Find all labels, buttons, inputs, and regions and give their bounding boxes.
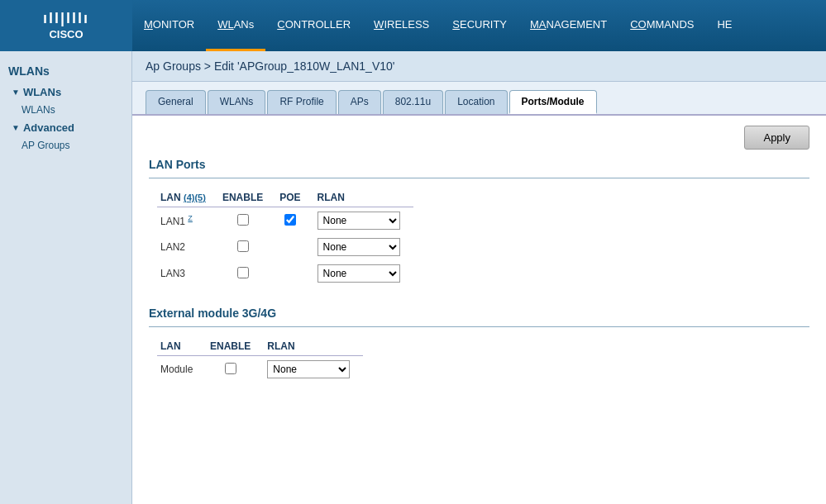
table-row: LAN1 Z None — [157, 207, 413, 235]
cisco-logo: ıll|lllı CISCO — [43, 10, 89, 40]
lan3-rlan-select[interactable]: None — [318, 264, 400, 283]
ext-col-header-rlan: RLAN — [264, 337, 363, 356]
lan2-rlan-cell: None — [314, 234, 413, 260]
tab-rf-profile[interactable]: RF Profile — [267, 90, 336, 114]
sidebar: WLANs ▼ WLANs WLANs ▼ Advanced AP Groups — [0, 51, 132, 504]
tab-ports-module[interactable]: Ports/Module — [509, 90, 597, 114]
main-nav-menu: MONITOR WLANs CONTROLLER WIRELESS SECURI… — [132, 0, 744, 51]
col-header-poe: POE — [276, 188, 313, 207]
cisco-text: CISCO — [43, 28, 89, 41]
lan1-poe-cell — [276, 207, 313, 235]
triangle-icon: ▼ — [12, 88, 20, 97]
body-content: Apply LAN Ports LAN (4)(5) ENABLE POE RL… — [132, 116, 826, 392]
lan3-enable-cell — [219, 260, 276, 287]
tab-80211u[interactable]: 802.11u — [383, 90, 443, 114]
tab-wlans[interactable]: WLANs — [208, 90, 266, 114]
sidebar-item-ap-groups[interactable]: AP Groups — [0, 137, 131, 154]
lan3-poe-cell — [276, 260, 313, 287]
tab-location[interactable]: Location — [445, 90, 507, 114]
lan1-rlan-cell: None — [314, 207, 413, 235]
lan-ports-divider — [149, 178, 809, 178]
sidebar-wlans-label: WLANs — [23, 86, 61, 98]
content-area: Ap Groups > Edit 'APGroup_1810W_LAN1_V10… — [132, 51, 826, 504]
module-enable-cell — [207, 356, 264, 383]
lan2-enable-checkbox[interactable] — [237, 240, 249, 252]
lan-footnote-link[interactable]: (4)(5) — [184, 193, 206, 202]
nav-wireless[interactable]: WIRELESS — [362, 0, 441, 51]
nav-security[interactable]: SECURITY — [441, 0, 518, 51]
apply-area: Apply — [149, 126, 809, 150]
lan2-label: LAN2 — [157, 234, 219, 260]
module-label: Module — [157, 356, 207, 383]
sidebar-advanced-label: Advanced — [23, 121, 74, 134]
lan2-enable-cell — [219, 234, 276, 260]
lan-ports-header-row: LAN (4)(5) ENABLE POE RLAN — [157, 188, 413, 207]
module-rlan-cell: None — [264, 356, 363, 383]
lan-ports-table: LAN (4)(5) ENABLE POE RLAN LAN1 Z — [157, 188, 413, 287]
module-enable-checkbox[interactable] — [225, 363, 236, 374]
triangle-icon-2: ▼ — [12, 123, 20, 132]
breadcrumb: Ap Groups > Edit 'APGroup_1810W_LAN1_V10… — [132, 51, 826, 82]
apply-button[interactable]: Apply — [744, 126, 809, 150]
col-header-enable: ENABLE — [219, 188, 276, 207]
col-header-rlan: RLAN — [314, 188, 413, 207]
lan3-label: LAN3 — [157, 260, 219, 287]
lan1-poe-checkbox[interactable] — [284, 214, 296, 226]
cisco-waves-icon: ıll|lllı — [43, 10, 89, 28]
nav-controller[interactable]: CONTROLLER — [265, 0, 362, 51]
lan1-enable-cell — [219, 207, 276, 235]
external-module-table: LAN ENABLE RLAN Module None — [157, 337, 363, 383]
ext-col-header-lan: LAN — [157, 337, 207, 356]
external-module-header-row: LAN ENABLE RLAN — [157, 337, 363, 356]
lan2-rlan-select[interactable]: None — [318, 238, 400, 256]
nav-commands[interactable]: COMMANDS — [618, 0, 705, 51]
nav-help[interactable]: HE — [705, 0, 743, 51]
lan1-rlan-select[interactable]: None — [318, 212, 400, 230]
tabs-bar: General WLANs RF Profile APs 802.11u Loc… — [132, 82, 826, 116]
lan3-enable-checkbox[interactable] — [237, 267, 249, 278]
external-module-heading: External module 3G/4G — [149, 307, 809, 320]
lan1-footnote[interactable]: Z — [188, 214, 193, 222]
tab-aps[interactable]: APs — [338, 90, 381, 114]
main-layout: WLANs ▼ WLANs WLANs ▼ Advanced AP Groups… — [0, 51, 826, 504]
ext-col-header-enable: ENABLE — [207, 337, 264, 356]
nav-wlans[interactable]: WLANs — [206, 0, 265, 51]
nav-management[interactable]: MANAGEMENT — [518, 0, 618, 51]
table-row: Module None — [157, 356, 363, 383]
sidebar-subsection-wlans[interactable]: ▼ WLANs — [0, 83, 131, 102]
tab-general[interactable]: General — [146, 90, 206, 114]
sidebar-wlans-title[interactable]: WLANs — [0, 59, 131, 83]
lan1-label: LAN1 Z — [157, 207, 219, 235]
col-header-lan: LAN (4)(5) — [157, 188, 219, 207]
table-row: LAN3 None — [157, 260, 413, 287]
lan2-poe-cell — [276, 234, 313, 260]
top-navigation-bar: ıll|lllı CISCO MONITOR WLANs CONTROLLER … — [0, 0, 826, 51]
nav-monitor[interactable]: MONITOR — [132, 0, 206, 51]
table-row: LAN2 None — [157, 234, 413, 260]
lan1-enable-checkbox[interactable] — [237, 214, 249, 226]
sidebar-item-wlans[interactable]: WLANs — [0, 102, 131, 118]
module-rlan-select[interactable]: None — [267, 360, 350, 378]
lan-ports-heading: LAN Ports — [149, 158, 809, 171]
lan3-rlan-cell: None — [314, 260, 413, 287]
cisco-logo-area: ıll|lllı CISCO — [0, 0, 132, 51]
sidebar-subsection-advanced[interactable]: ▼ Advanced — [0, 118, 131, 137]
external-module-divider — [149, 326, 809, 327]
